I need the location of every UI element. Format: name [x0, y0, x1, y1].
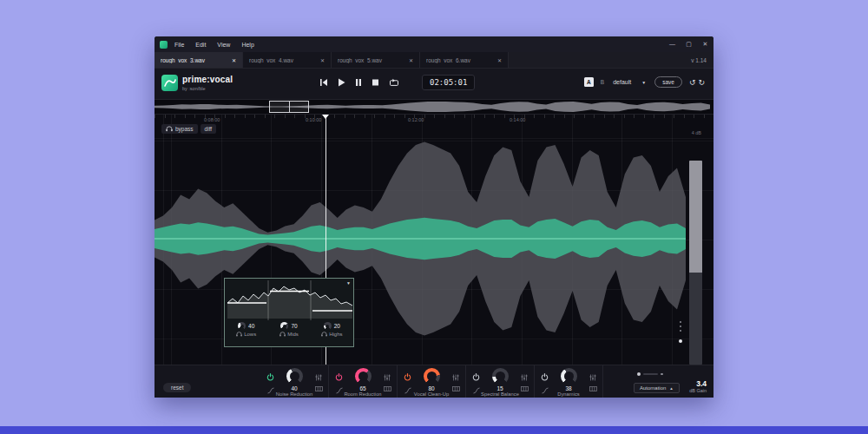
- curve-icon[interactable]: [404, 382, 411, 398]
- dynamics-knob[interactable]: [561, 368, 577, 385]
- overview-selection[interactable]: [269, 101, 309, 113]
- lows-knob[interactable]: [238, 322, 246, 330]
- reset-button[interactable]: reset: [163, 383, 191, 392]
- skip-start-button[interactable]: [319, 78, 328, 87]
- play-icon: [338, 78, 345, 87]
- param-value: 15: [496, 385, 503, 391]
- piano-icon[interactable]: [521, 379, 529, 395]
- tab-close-button[interactable]: ✕: [409, 57, 413, 63]
- bypass-button[interactable]: bypass: [161, 124, 198, 134]
- piano-icon[interactable]: [315, 379, 323, 395]
- noise-reduction-knob[interactable]: [286, 368, 303, 385]
- power-icon: [472, 373, 480, 381]
- gain-meter[interactable]: [689, 161, 702, 365]
- power-icon: [404, 373, 411, 381]
- overview-strip[interactable]: [155, 100, 713, 115]
- ab-toggle-a[interactable]: A: [584, 77, 594, 87]
- app-window: File Edit View Help — ▢ ✕ rough_vox_3.wa…: [155, 36, 713, 398]
- mids-knob[interactable]: [280, 322, 288, 330]
- power-icon: [335, 373, 343, 381]
- stop-button[interactable]: [372, 78, 379, 87]
- close-button[interactable]: ✕: [697, 36, 713, 52]
- maximize-button[interactable]: ▢: [681, 36, 697, 52]
- tab-rough-vox-4[interactable]: rough_vox_4.wav ✕: [243, 52, 332, 68]
- tab-close-button[interactable]: ✕: [497, 57, 502, 63]
- param-vocal-clean-up: 80 Vocal Clean-Up: [398, 365, 466, 398]
- knob-hole: [358, 372, 368, 381]
- db-scale-label: 4 dB: [692, 130, 701, 135]
- ab-toggle-b[interactable]: B: [601, 79, 604, 85]
- preset-dropdown[interactable]: default ▼: [611, 79, 648, 85]
- tab-rough-vox-3[interactable]: rough_vox_3.wav ✕: [155, 52, 243, 68]
- vocal-clean-up-knob[interactable]: [424, 368, 440, 385]
- window-controls: — ▢ ✕: [664, 36, 713, 52]
- loop-button[interactable]: [389, 78, 399, 87]
- curve-icon[interactable]: [473, 382, 480, 398]
- automation-label: Automation: [640, 385, 666, 391]
- automation-slider[interactable]: [637, 372, 663, 376]
- time-label: 0:14:00: [510, 117, 525, 122]
- room-reduction-knob[interactable]: [355, 368, 372, 385]
- menu-item-view[interactable]: View: [217, 42, 230, 48]
- menu-item-help[interactable]: Help: [241, 42, 253, 48]
- brand-group: prime:vocal by :son/ble: [161, 75, 233, 91]
- band-lows: 40 Lows: [225, 322, 267, 337]
- piano-icon[interactable]: [384, 379, 391, 395]
- titlebar: File Edit View Help — ▢ ✕: [155, 36, 713, 52]
- stop-icon: [372, 78, 379, 87]
- history-buttons: ↺ ↻: [689, 78, 705, 87]
- highs-knob[interactable]: [324, 322, 332, 330]
- play-button[interactable]: [338, 78, 345, 87]
- undo-icon[interactable]: ↺: [689, 78, 696, 87]
- knob-hole: [290, 372, 299, 381]
- band-listen[interactable]: Highs: [321, 332, 342, 337]
- curve-icon[interactable]: [542, 382, 549, 398]
- piano-icon[interactable]: [589, 379, 597, 395]
- params-row: 40 Noise Reduction: [260, 365, 603, 398]
- redo-icon[interactable]: ↻: [698, 78, 705, 87]
- piano-icon[interactable]: [452, 379, 460, 395]
- minimize-button[interactable]: —: [664, 36, 681, 52]
- header-right: A B default ▼ save ↺ ↻: [584, 76, 705, 88]
- param-label: Dynamics: [557, 391, 579, 398]
- headphones-icon: [236, 332, 242, 337]
- band-listen[interactable]: Mids: [279, 332, 299, 337]
- save-button[interactable]: save: [654, 76, 682, 88]
- param-label: Room Reduction: [344, 391, 381, 398]
- tab-label: rough_vox_5.wav: [338, 57, 405, 63]
- tab-close-button[interactable]: ✕: [232, 57, 236, 63]
- tab-rough-vox-5[interactable]: rough_vox_5.wav ✕: [332, 52, 420, 68]
- time-label: 0:10:00: [306, 117, 321, 122]
- menu-item-file[interactable]: File: [174, 42, 184, 48]
- curve-icon[interactable]: [336, 382, 343, 398]
- brand-name: prime:vocal: [182, 76, 233, 84]
- automation-button[interactable]: Automation ▲: [634, 383, 680, 393]
- spectral-balance-knob[interactable]: [492, 368, 509, 385]
- tab-label: rough_vox_6.wav: [426, 57, 494, 63]
- band-label: Lows: [244, 332, 256, 337]
- headphones-icon: [166, 126, 173, 132]
- tab-close-button[interactable]: ✕: [320, 57, 325, 63]
- diff-button[interactable]: diff: [201, 124, 217, 134]
- curve-icon[interactable]: [267, 382, 274, 398]
- time-label: 0:12:00: [408, 117, 424, 122]
- pause-button[interactable]: [355, 78, 362, 87]
- param-label: Spectral Balance: [481, 391, 519, 398]
- tab-label: rough_vox_3.wav: [161, 57, 228, 63]
- tab-rough-vox-6[interactable]: rough_vox_6.wav ✕: [420, 52, 509, 68]
- param-spectral-balance: 15 Spectral Balance: [466, 365, 535, 398]
- menu-item-edit[interactable]: Edit: [195, 42, 206, 48]
- diff-label: diff: [205, 126, 213, 132]
- transport-bar: [319, 78, 399, 87]
- bands-row: 40 Lows 70 Mi: [225, 322, 353, 337]
- brand-byline: by :son/ble: [182, 86, 233, 91]
- preset-label: default: [613, 79, 631, 85]
- band-listen[interactable]: Lows: [236, 332, 256, 337]
- time-label: 0:08:00: [204, 117, 220, 122]
- overview-waveform: [155, 100, 713, 114]
- popup-collapse-button[interactable]: ▼: [346, 280, 351, 286]
- param-label: Noise Reduction: [276, 391, 313, 398]
- meter-drag-handle[interactable]: [679, 321, 682, 343]
- app-logo-icon: [161, 75, 178, 91]
- band-value: 20: [334, 323, 340, 329]
